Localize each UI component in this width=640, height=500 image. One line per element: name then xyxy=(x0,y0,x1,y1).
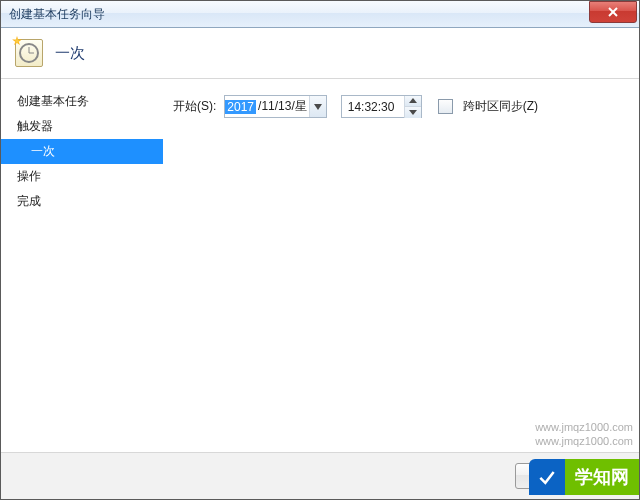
date-picker[interactable]: 2017 /11/13/星 xyxy=(224,95,326,118)
footer: < 上一步(B) 学知网 xyxy=(1,452,639,499)
chevron-down-icon xyxy=(409,110,417,115)
sync-timezones-checkbox[interactable] xyxy=(438,99,453,114)
chevron-up-icon xyxy=(409,98,417,103)
sync-timezones-label: 跨时区同步(Z) xyxy=(463,98,538,115)
sidebar-item-trigger[interactable]: 触发器 xyxy=(1,114,163,139)
content-area: 开始(S): 2017 /11/13/星 14:32:30 xyxy=(163,79,639,452)
sidebar-item-action[interactable]: 操作 xyxy=(1,164,163,189)
sidebar: 创建基本任务 触发器 一次 操作 完成 xyxy=(1,79,163,452)
date-dropdown-button[interactable] xyxy=(309,96,326,117)
spinner-down-button[interactable] xyxy=(405,107,421,118)
sidebar-item-create-basic-task[interactable]: 创建基本任务 xyxy=(1,89,163,114)
wizard-window: 创建基本任务向导 一次 创建基本任务 触发器 一次 操作 完成 开始(S): 2… xyxy=(0,0,640,500)
check-icon xyxy=(537,467,557,487)
sidebar-item-once[interactable]: 一次 xyxy=(1,139,163,164)
wizard-body: 创建基本任务 触发器 一次 操作 完成 开始(S): 2017 /11/13/星… xyxy=(1,79,639,452)
titlebar: 创建基本任务向导 xyxy=(1,1,639,28)
page-title: 一次 xyxy=(55,44,85,63)
window-title: 创建基本任务向导 xyxy=(9,6,105,23)
wizard-header: 一次 xyxy=(1,28,639,79)
watermark-logo: 学知网 xyxy=(529,459,639,495)
spinner-up-button[interactable] xyxy=(405,96,421,108)
close-button[interactable] xyxy=(589,1,637,23)
svg-marker-4 xyxy=(409,110,417,115)
start-time-row: 开始(S): 2017 /11/13/星 14:32:30 xyxy=(173,95,621,118)
chevron-down-icon xyxy=(314,104,322,110)
spinner-buttons xyxy=(404,96,421,118)
wizard-clock-icon xyxy=(15,39,43,67)
svg-marker-2 xyxy=(314,104,322,110)
time-value[interactable]: 14:32:30 xyxy=(342,100,404,114)
date-rest-segment[interactable]: /11/13/星 xyxy=(256,98,309,115)
time-spinner[interactable]: 14:32:30 xyxy=(341,95,422,118)
sidebar-item-finish[interactable]: 完成 xyxy=(1,189,163,214)
start-label: 开始(S): xyxy=(173,98,216,115)
logo-text: 学知网 xyxy=(565,459,639,495)
svg-marker-3 xyxy=(409,98,417,103)
logo-blue-square xyxy=(529,459,565,495)
date-year-segment[interactable]: 2017 xyxy=(225,100,256,114)
close-icon xyxy=(608,7,618,17)
